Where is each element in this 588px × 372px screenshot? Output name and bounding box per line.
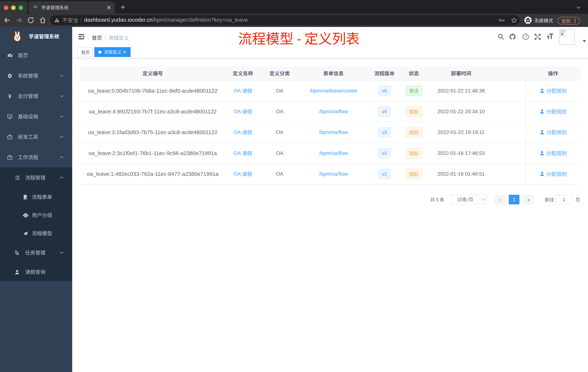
svg-text:¥: ¥ (8, 94, 11, 99)
svg-text:?: ? (525, 34, 527, 39)
